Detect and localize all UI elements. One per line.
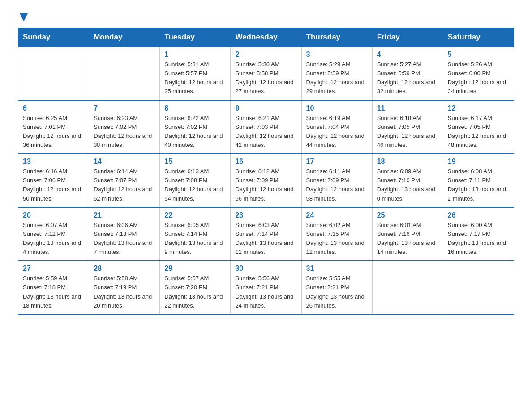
day-info: Sunrise: 6:06 AMSunset: 7:13 PMDaylight:…: [94, 221, 155, 257]
day-number: 3: [306, 51, 368, 59]
day-number: 20: [23, 211, 84, 219]
logo: [18, 13, 28, 23]
day-info: Sunrise: 6:13 AMSunset: 7:08 PMDaylight:…: [164, 167, 226, 203]
calendar-week-3: 13Sunrise: 6:16 AMSunset: 7:06 PMDayligh…: [18, 154, 514, 207]
calendar-cell: 7Sunrise: 6:23 AMSunset: 7:02 PMDaylight…: [89, 100, 160, 154]
calendar-cell: 21Sunrise: 6:06 AMSunset: 7:13 PMDayligh…: [89, 207, 160, 261]
logo-triangle-icon: [20, 13, 28, 23]
calendar-cell: 18Sunrise: 6:09 AMSunset: 7:10 PMDayligh…: [372, 154, 443, 207]
day-number: 19: [448, 158, 509, 166]
day-number: 9: [235, 104, 296, 112]
day-number: 30: [235, 265, 296, 273]
day-number: 25: [377, 211, 438, 219]
calendar-cell: 11Sunrise: 6:18 AMSunset: 7:05 PMDayligh…: [372, 100, 443, 154]
calendar-cell: 27Sunrise: 5:59 AMSunset: 7:18 PMDayligh…: [18, 261, 89, 314]
calendar-cell: 25Sunrise: 6:01 AMSunset: 7:16 PMDayligh…: [372, 207, 443, 261]
day-info: Sunrise: 6:21 AMSunset: 7:03 PMDaylight:…: [235, 114, 296, 150]
day-info: Sunrise: 6:08 AMSunset: 7:11 PMDaylight:…: [448, 167, 509, 203]
day-number: 28: [94, 265, 155, 273]
day-number: 4: [377, 51, 438, 59]
day-number: 26: [448, 211, 509, 219]
calendar-cell: 1Sunrise: 5:31 AMSunset: 5:57 PMDaylight…: [160, 47, 231, 100]
day-info: Sunrise: 5:31 AMSunset: 5:57 PMDaylight:…: [164, 60, 226, 96]
day-info: Sunrise: 5:57 AMSunset: 7:20 PMDaylight:…: [164, 274, 226, 310]
day-info: Sunrise: 5:26 AMSunset: 6:00 PMDaylight:…: [448, 60, 509, 96]
day-info: Sunrise: 5:56 AMSunset: 7:21 PMDaylight:…: [235, 274, 296, 310]
calendar-cell: 15Sunrise: 6:13 AMSunset: 7:08 PMDayligh…: [160, 154, 231, 207]
day-info: Sunrise: 6:11 AMSunset: 7:09 PMDaylight:…: [306, 167, 368, 203]
day-number: 27: [23, 265, 84, 273]
day-number: 6: [23, 104, 84, 112]
day-number: 11: [377, 104, 438, 112]
weekday-header-saturday: Saturday: [443, 28, 514, 47]
day-info: Sunrise: 6:16 AMSunset: 7:06 PMDaylight:…: [23, 167, 84, 203]
calendar-cell: 9Sunrise: 6:21 AMSunset: 7:03 PMDaylight…: [231, 100, 301, 154]
weekday-header-thursday: Thursday: [301, 28, 372, 47]
calendar-cell: 3Sunrise: 5:29 AMSunset: 5:59 PMDaylight…: [301, 47, 372, 100]
calendar-cell: 8Sunrise: 6:22 AMSunset: 7:02 PMDaylight…: [160, 100, 231, 154]
day-number: 31: [306, 265, 368, 273]
calendar-cell: 14Sunrise: 6:14 AMSunset: 7:07 PMDayligh…: [89, 154, 160, 207]
day-number: 29: [164, 265, 226, 273]
calendar-cell: 13Sunrise: 6:16 AMSunset: 7:06 PMDayligh…: [18, 154, 89, 207]
calendar-week-2: 6Sunrise: 6:25 AMSunset: 7:01 PMDaylight…: [18, 100, 514, 154]
day-number: 14: [94, 158, 155, 166]
day-number: 21: [94, 211, 155, 219]
day-info: Sunrise: 5:55 AMSunset: 7:21 PMDaylight:…: [306, 274, 368, 310]
day-number: 5: [448, 51, 509, 59]
day-number: 7: [94, 104, 155, 112]
day-info: Sunrise: 5:58 AMSunset: 7:19 PMDaylight:…: [94, 274, 155, 310]
day-info: Sunrise: 6:14 AMSunset: 7:07 PMDaylight:…: [94, 167, 155, 203]
day-info: Sunrise: 6:05 AMSunset: 7:14 PMDaylight:…: [164, 221, 226, 257]
calendar-week-4: 20Sunrise: 6:07 AMSunset: 7:12 PMDayligh…: [18, 207, 514, 261]
day-info: Sunrise: 5:30 AMSunset: 5:58 PMDaylight:…: [235, 60, 296, 96]
day-info: Sunrise: 6:02 AMSunset: 7:15 PMDaylight:…: [306, 221, 368, 257]
day-number: 8: [164, 104, 226, 112]
svg-marker-0: [20, 13, 28, 21]
day-info: Sunrise: 5:29 AMSunset: 5:59 PMDaylight:…: [306, 60, 368, 96]
day-info: Sunrise: 6:12 AMSunset: 7:09 PMDaylight:…: [235, 167, 296, 203]
day-info: Sunrise: 6:07 AMSunset: 7:12 PMDaylight:…: [23, 221, 84, 257]
calendar-cell: 26Sunrise: 6:00 AMSunset: 7:17 PMDayligh…: [443, 207, 514, 261]
day-info: Sunrise: 6:19 AMSunset: 7:04 PMDaylight:…: [306, 114, 368, 150]
day-number: 1: [164, 51, 226, 59]
calendar-cell: [89, 47, 160, 100]
day-number: 13: [23, 158, 84, 166]
day-number: 2: [235, 51, 296, 59]
calendar-cell: [372, 261, 443, 314]
day-number: 10: [306, 104, 368, 112]
weekday-header-sunday: Sunday: [18, 28, 89, 47]
calendar-cell: 17Sunrise: 6:11 AMSunset: 7:09 PMDayligh…: [301, 154, 372, 207]
day-info: Sunrise: 6:03 AMSunset: 7:14 PMDaylight:…: [235, 221, 296, 257]
calendar-cell: 24Sunrise: 6:02 AMSunset: 7:15 PMDayligh…: [301, 207, 372, 261]
day-number: 18: [377, 158, 438, 166]
calendar-cell: 10Sunrise: 6:19 AMSunset: 7:04 PMDayligh…: [301, 100, 372, 154]
calendar-header-row: SundayMondayTuesdayWednesdayThursdayFrid…: [18, 28, 514, 47]
calendar-cell: 2Sunrise: 5:30 AMSunset: 5:58 PMDaylight…: [231, 47, 301, 100]
day-info: Sunrise: 6:00 AMSunset: 7:17 PMDaylight:…: [448, 221, 509, 257]
day-info: Sunrise: 5:27 AMSunset: 5:59 PMDaylight:…: [377, 60, 438, 96]
weekday-header-friday: Friday: [372, 28, 443, 47]
day-number: 15: [164, 158, 226, 166]
day-number: 17: [306, 158, 368, 166]
calendar-cell: 19Sunrise: 6:08 AMSunset: 7:11 PMDayligh…: [443, 154, 514, 207]
day-info: Sunrise: 6:22 AMSunset: 7:02 PMDaylight:…: [164, 114, 226, 150]
calendar-cell: 22Sunrise: 6:05 AMSunset: 7:14 PMDayligh…: [160, 207, 231, 261]
calendar-cell: 4Sunrise: 5:27 AMSunset: 5:59 PMDaylight…: [372, 47, 443, 100]
day-info: Sunrise: 6:18 AMSunset: 7:05 PMDaylight:…: [377, 114, 438, 150]
calendar-cell: 5Sunrise: 5:26 AMSunset: 6:00 PMDaylight…: [443, 47, 514, 100]
calendar-cell: [443, 261, 514, 314]
calendar-cell: 31Sunrise: 5:55 AMSunset: 7:21 PMDayligh…: [301, 261, 372, 314]
calendar-cell: 20Sunrise: 6:07 AMSunset: 7:12 PMDayligh…: [18, 207, 89, 261]
day-number: 16: [235, 158, 296, 166]
weekday-header-wednesday: Wednesday: [231, 28, 301, 47]
calendar-cell: 30Sunrise: 5:56 AMSunset: 7:21 PMDayligh…: [231, 261, 301, 314]
calendar-cell: 16Sunrise: 6:12 AMSunset: 7:09 PMDayligh…: [231, 154, 301, 207]
calendar-cell: 12Sunrise: 6:17 AMSunset: 7:05 PMDayligh…: [443, 100, 514, 154]
weekday-header-tuesday: Tuesday: [160, 28, 231, 47]
day-info: Sunrise: 6:01 AMSunset: 7:16 PMDaylight:…: [377, 221, 438, 257]
calendar-cell: [18, 47, 89, 100]
day-info: Sunrise: 6:09 AMSunset: 7:10 PMDaylight:…: [377, 167, 438, 203]
calendar-cell: 29Sunrise: 5:57 AMSunset: 7:20 PMDayligh…: [160, 261, 231, 314]
calendar-table: SundayMondayTuesdayWednesdayThursdayFrid…: [18, 28, 514, 315]
